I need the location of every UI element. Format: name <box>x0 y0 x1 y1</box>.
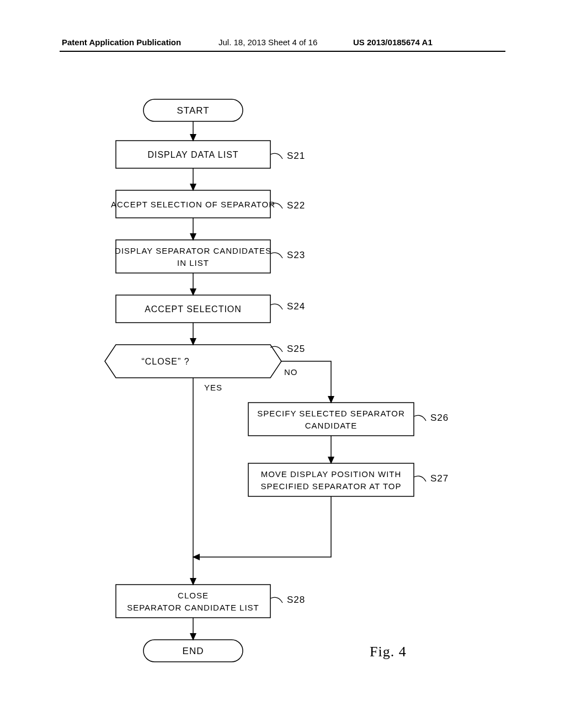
label-yes: YES <box>204 383 222 392</box>
svg-text:MOVE DISPLAY POSITION WITH: MOVE DISPLAY POSITION WITH <box>261 469 402 479</box>
page-header: Patent Application Publication Jul. 18, … <box>0 38 565 51</box>
label-s28: S28 <box>287 595 305 605</box>
svg-text:CLOSE: CLOSE <box>178 591 209 600</box>
leader-s24 <box>270 304 282 309</box>
svg-text:SEPARATOR CANDIDATE LIST: SEPARATOR CANDIDATE LIST <box>127 603 259 612</box>
svg-rect-16 <box>248 463 414 496</box>
label-s21: S21 <box>287 151 305 161</box>
header-rule <box>60 51 505 52</box>
label-s23: S23 <box>287 250 305 260</box>
label-s24: S24 <box>287 301 305 312</box>
sheet-label: Jul. 18, 2013 Sheet 4 of 16 <box>218 38 317 47</box>
label-s22: S22 <box>287 200 305 211</box>
patent-number: US 2013/0185674 A1 <box>353 38 433 47</box>
leader-s26 <box>414 415 426 421</box>
svg-text:“CLOSE” ?: “CLOSE” ? <box>141 357 189 366</box>
svg-text:IN LIST: IN LIST <box>177 258 209 267</box>
node-s27: MOVE DISPLAY POSITION WITH SPECIFIED SEP… <box>248 463 414 496</box>
node-end: END <box>143 640 243 662</box>
node-s23: DISPLAY SEPARATOR CANDIDATES IN LIST <box>115 240 271 273</box>
figure-label: Fig. 4 <box>370 644 407 660</box>
svg-text:ACCEPT SELECTION OF SEPARATOR: ACCEPT SELECTION OF SEPARATOR <box>111 200 275 209</box>
label-s27: S27 <box>430 473 449 484</box>
svg-text:CANDIDATE: CANDIDATE <box>305 421 358 430</box>
svg-text:SPECIFY SELECTED SEPARATOR: SPECIFY SELECTED SEPARATOR <box>257 409 404 418</box>
svg-text:DISPLAY DATA LIST: DISPLAY DATA LIST <box>147 150 238 159</box>
svg-rect-6 <box>116 240 270 273</box>
leader-s21 <box>270 153 282 159</box>
label-no: NO <box>284 367 298 377</box>
publication-label: Patent Application Publication <box>62 38 181 47</box>
node-s28: CLOSE SEPARATOR CANDIDATE LIST <box>116 585 270 618</box>
node-start: START <box>143 99 243 121</box>
svg-text:END: END <box>183 646 204 656</box>
label-s25: S25 <box>287 344 305 354</box>
node-s26: SPECIFY SELECTED SEPARATOR CANDIDATE <box>248 403 414 436</box>
edge-s27-merge <box>193 496 331 557</box>
svg-rect-13 <box>248 403 414 436</box>
node-s25: “CLOSE” ? <box>105 345 281 378</box>
svg-text:DISPLAY SEPARATOR CANDIDATES: DISPLAY SEPARATOR CANDIDATES <box>115 246 271 255</box>
svg-rect-19 <box>116 585 270 618</box>
svg-text:SPECIFIED SEPARATOR AT TOP: SPECIFIED SEPARATOR AT TOP <box>261 481 402 491</box>
flowchart: START DISPLAY DATA LIST S21 ACCEPT SELEC… <box>0 88 565 706</box>
node-s21: DISPLAY DATA LIST <box>116 141 270 168</box>
node-s24: ACCEPT SELECTION <box>116 295 270 323</box>
leader-s28 <box>270 597 282 603</box>
node-s22: ACCEPT SELECTION OF SEPARATOR <box>111 190 275 218</box>
svg-text:START: START <box>177 105 209 116</box>
svg-marker-11 <box>105 345 281 378</box>
leader-s23 <box>270 253 282 258</box>
label-s26: S26 <box>430 413 449 423</box>
leader-s27 <box>414 476 426 481</box>
svg-text:ACCEPT SELECTION: ACCEPT SELECTION <box>145 304 242 314</box>
